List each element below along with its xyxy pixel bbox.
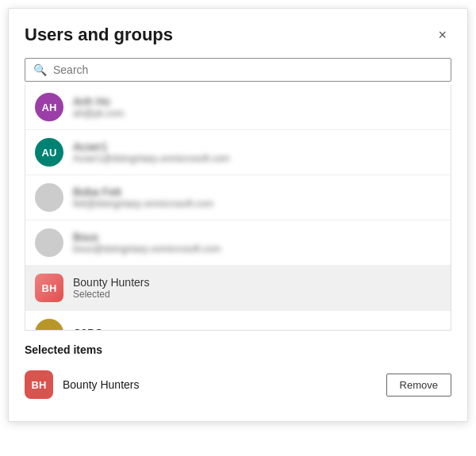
- selected-row: BH Bounty Hunters Remove: [25, 364, 451, 405]
- item-name: Boba Fett: [73, 186, 213, 198]
- item-info: Boba Fett fett@dstngntarp.onmicrosoft.co…: [73, 186, 213, 209]
- item-info: Bounty Hunters Selected: [73, 276, 150, 300]
- item-email: bous@dstngntarp.onmicrosoft.com: [73, 243, 221, 255]
- dialog: Users and groups × 🔍 AH Anh Ho ah@pk.com…: [8, 8, 468, 422]
- avatar: [35, 183, 63, 212]
- selected-section: Selected items BH Bounty Hunters Remove: [25, 343, 451, 405]
- item-info: Anh Ho ah@pk.com: [73, 95, 124, 119]
- user-list: AH Anh Ho ah@pk.com AU Acser1 Acser1@dst…: [25, 85, 451, 331]
- list-item[interactable]: AU Acser1 Acser1@dstngntarp.onmicrosoft.…: [25, 130, 451, 175]
- selected-avatar: BH: [25, 370, 53, 399]
- list-item[interactable]: Bous bous@dstngntarp.onmicrosoft.com: [25, 220, 451, 266]
- list-item[interactable]: Boba Fett fett@dstngntarp.onmicrosoft.co…: [25, 175, 451, 220]
- search-input[interactable]: [53, 63, 443, 76]
- item-name: Anh Ho: [73, 95, 124, 108]
- list-item[interactable]: C3PO: [25, 311, 451, 331]
- list-item[interactable]: AH Anh Ho ah@pk.com: [25, 85, 451, 130]
- item-name: Bounty Hunters: [73, 276, 150, 289]
- dialog-header: Users and groups ×: [25, 25, 451, 45]
- avatar: AH: [35, 93, 63, 121]
- item-name: Bous: [73, 231, 221, 243]
- remove-button[interactable]: Remove: [386, 374, 451, 397]
- item-name: Acser1: [73, 140, 230, 153]
- item-info: C3PO: [73, 327, 103, 331]
- item-email: Acser1@dstngntarp.onmicrosoft.com: [73, 153, 230, 164]
- search-icon: 🔍: [33, 63, 47, 76]
- avatar: [35, 228, 63, 257]
- avatar: [35, 319, 63, 331]
- dialog-title: Users and groups: [25, 25, 173, 45]
- avatar: AU: [35, 138, 63, 167]
- item-name: C3PO: [73, 327, 103, 331]
- item-info: Acser1 Acser1@dstngntarp.onmicrosoft.com: [73, 140, 230, 164]
- close-button[interactable]: ×: [433, 26, 451, 44]
- selected-items-label: Selected items: [25, 343, 451, 356]
- item-email: ah@pk.com: [73, 108, 124, 119]
- search-box: 🔍: [25, 58, 451, 82]
- item-email: fett@dstngntarp.onmicrosoft.com: [73, 198, 213, 209]
- list-item-bounty-hunters[interactable]: BH Bounty Hunters Selected: [25, 266, 451, 311]
- selected-item-name: Bounty Hunters: [63, 378, 386, 391]
- avatar: BH: [35, 274, 63, 302]
- item-selected-label: Selected: [73, 289, 150, 300]
- item-info: Bous bous@dstngntarp.onmicrosoft.com: [73, 231, 221, 255]
